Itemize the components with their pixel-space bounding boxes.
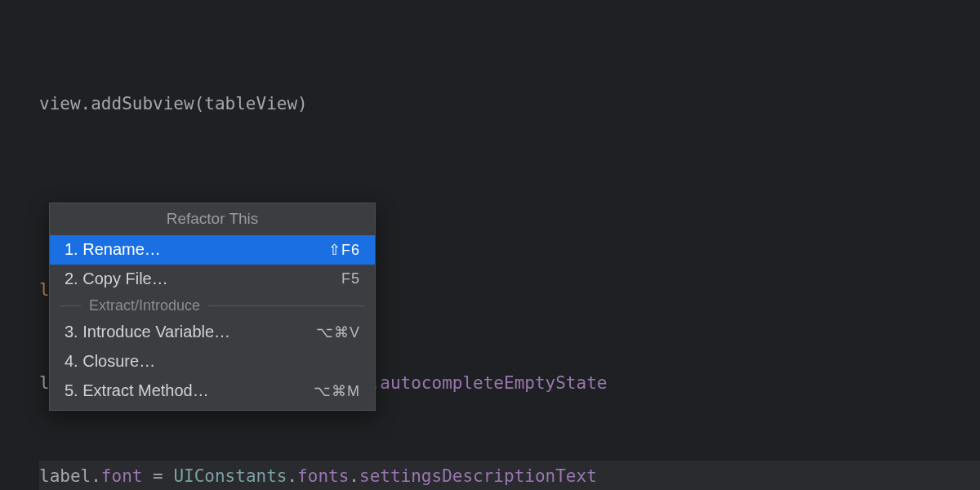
- popup-section-label: Extract/Introduce: [89, 297, 200, 314]
- popup-section-header: Extract/Introduce: [50, 294, 375, 318]
- popup-item-label: 2. Copy File…: [65, 270, 168, 288]
- code-line-current: label.font = UIConstants.fonts.settingsD…: [39, 461, 980, 490]
- popup-item-rename[interactable]: 1. Rename… ⇧F6: [50, 235, 375, 265]
- popup-item-label: 3. Introduce Variable…: [65, 323, 230, 341]
- popup-item-shortcut: ⇧F6: [328, 241, 360, 259]
- popup-title: Refactor This: [50, 203, 375, 235]
- popup-item-label: 5. Extract Method…: [65, 381, 209, 400]
- popup-item-shortcut: ⌥⌘M: [314, 382, 360, 400]
- popup-item-closure[interactable]: 4. Closure…: [50, 347, 375, 376]
- divider: [60, 305, 81, 306]
- refactor-popup: Refactor This 1. Rename… ⇧F6 2. Copy Fil…: [49, 203, 376, 411]
- popup-item-copy-file[interactable]: 2. Copy File… F5: [50, 265, 375, 294]
- divider: [208, 305, 365, 306]
- popup-item-introduce-variable[interactable]: 3. Introduce Variable… ⌥⌘V: [50, 318, 375, 347]
- code-line: view.addSubview(tableView): [39, 88, 980, 119]
- popup-item-label: 4. Closure…: [65, 352, 155, 371]
- popup-item-shortcut: F5: [341, 270, 360, 287]
- popup-item-extract-method[interactable]: 5. Extract Method… ⌥⌘M: [50, 376, 375, 410]
- popup-item-label: 1. Rename…: [65, 240, 161, 259]
- popup-item-shortcut: ⌥⌘V: [316, 323, 360, 341]
